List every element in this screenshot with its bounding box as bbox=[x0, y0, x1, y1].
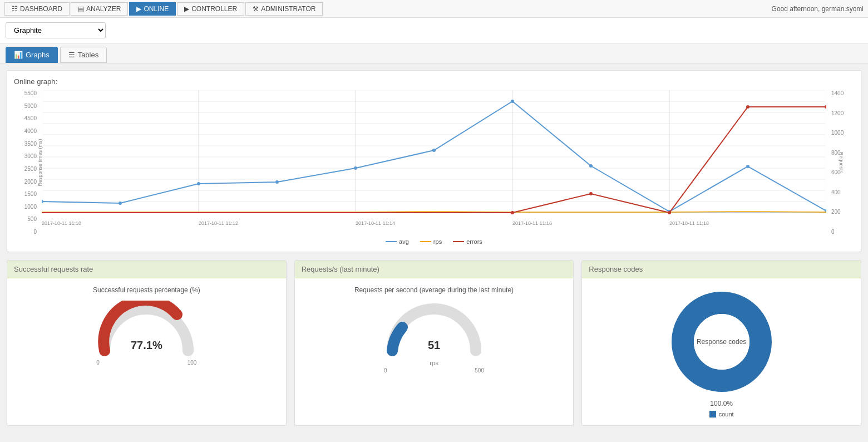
rps-legend-line bbox=[420, 241, 431, 242]
grid-icon: ☷ bbox=[12, 5, 18, 13]
panel-success-header: Successful requests rate bbox=[7, 261, 286, 278]
nav-analyzer[interactable]: ▤ ANALYZER bbox=[71, 2, 128, 16]
panel-success-subtitle: Successful requests percentage (%) bbox=[93, 286, 200, 294]
svg-point-19 bbox=[42, 200, 43, 203]
online-graph-card: Online graph: Response times (ms) Reques… bbox=[7, 70, 861, 252]
chart-svg bbox=[42, 90, 826, 218]
tab-graphs[interactable]: 📊 Graphs bbox=[6, 47, 58, 63]
svg-point-21 bbox=[197, 182, 200, 185]
nav-online[interactable]: ▶ ONLINE bbox=[129, 2, 176, 16]
chart-icon: 📊 bbox=[14, 51, 23, 59]
chart-area: Response times (ms) Requests 0 500 1000 … bbox=[14, 90, 854, 235]
svg-point-33 bbox=[746, 105, 749, 109]
errors-legend-line bbox=[453, 241, 464, 242]
donut-legend: count bbox=[709, 411, 734, 418]
bar-chart-icon: ▤ bbox=[78, 5, 84, 13]
panel-success-body: Successful requests percentage (%) 77.1%… bbox=[7, 278, 286, 374]
success-gauge-labels: 0 100 bbox=[96, 360, 196, 366]
chart-svg-container bbox=[42, 90, 826, 218]
svg-point-34 bbox=[825, 105, 826, 109]
response-donut: Response codes bbox=[666, 286, 777, 397]
panels-row: Successful requests rate Successful requ… bbox=[7, 260, 861, 426]
tab-bar: 📊 Graphs ☰ Tables bbox=[0, 43, 868, 63]
top-navigation: ☷ DASHBOARD ▤ ANALYZER ▶ ONLINE ▶ CONTRO… bbox=[0, 0, 868, 18]
legend-errors: errors bbox=[453, 238, 482, 245]
count-legend-box bbox=[709, 411, 716, 418]
success-gauge: 77.1% bbox=[96, 301, 196, 356]
x-axis-labels: 2017-10-11 11:10 2017-10-11 11:12 2017-1… bbox=[42, 218, 826, 235]
panel-response-body: Response codes 100.0% count bbox=[582, 278, 861, 425]
svg-point-31 bbox=[589, 192, 593, 195]
errors-line bbox=[42, 107, 826, 213]
panel-rps-header: Requests/s (last minute) bbox=[295, 261, 574, 278]
rps-gauge: 51 bbox=[384, 301, 484, 356]
svg-point-32 bbox=[668, 211, 671, 214]
chart-legend: avg rps errors bbox=[14, 238, 854, 245]
main-content: Online graph: Response times (ms) Reques… bbox=[0, 63, 868, 433]
svg-point-25 bbox=[511, 100, 514, 103]
rps-line bbox=[42, 212, 826, 212]
svg-point-22 bbox=[275, 180, 279, 184]
graphite-dropdown[interactable]: Graphite bbox=[6, 22, 106, 38]
svg-point-28 bbox=[746, 165, 749, 168]
wrench-icon: ⚒ bbox=[253, 5, 259, 13]
chart-title: Online graph: bbox=[14, 77, 854, 86]
panel-rps: Requests/s (last minute) Requests per se… bbox=[294, 260, 574, 426]
svg-point-20 bbox=[119, 202, 122, 205]
rps-unit: rps bbox=[430, 360, 438, 366]
panel-response-header: Response codes bbox=[582, 261, 861, 278]
greeting-text: Good afternoon, german.syomi bbox=[772, 5, 864, 13]
panel-success-rate: Successful requests rate Successful requ… bbox=[7, 260, 287, 426]
svg-point-24 bbox=[432, 149, 436, 152]
rps-gauge-labels: 0 500 bbox=[384, 367, 484, 374]
y-axis-right: 0 200 400 600 800 1000 1200 1400 bbox=[829, 90, 854, 235]
nav-buttons: ☷ DASHBOARD ▤ ANALYZER ▶ ONLINE ▶ CONTRO… bbox=[4, 2, 323, 16]
svg-point-30 bbox=[511, 211, 514, 214]
panel-rps-subtitle: Requests per second (average during the … bbox=[354, 286, 514, 294]
donut-percentage: 100.0% bbox=[710, 400, 733, 407]
nav-administrator[interactable]: ⚒ ADMINISTRATOR bbox=[245, 2, 323, 16]
legend-rps: rps bbox=[420, 238, 442, 245]
y-axis-left: 0 500 1000 1500 2000 2500 3000 3500 4000… bbox=[14, 90, 39, 235]
avg-line bbox=[42, 101, 826, 212]
avg-legend-line bbox=[386, 241, 397, 242]
svg-point-26 bbox=[589, 164, 593, 168]
nav-dashboard[interactable]: ☷ DASHBOARD bbox=[4, 2, 70, 16]
svg-point-23 bbox=[354, 166, 357, 170]
success-gauge-value: 77.1% bbox=[131, 339, 162, 352]
play-icon: ▶ bbox=[184, 5, 189, 13]
legend-avg: avg bbox=[386, 238, 409, 245]
table-icon: ☰ bbox=[68, 51, 75, 59]
play-circle-icon: ▶ bbox=[136, 5, 141, 13]
dropdown-row: Graphite bbox=[0, 18, 868, 43]
rps-gauge-value: 51 bbox=[428, 339, 440, 352]
panel-response-codes: Response codes Response codes 100.0% cou… bbox=[581, 260, 861, 426]
panel-rps-body: Requests per second (average during the … bbox=[295, 278, 574, 381]
tab-tables[interactable]: ☰ Tables bbox=[60, 47, 107, 63]
donut-center-label: Response codes bbox=[697, 338, 746, 346]
nav-controller[interactable]: ▶ CONTROLLER bbox=[177, 2, 244, 16]
